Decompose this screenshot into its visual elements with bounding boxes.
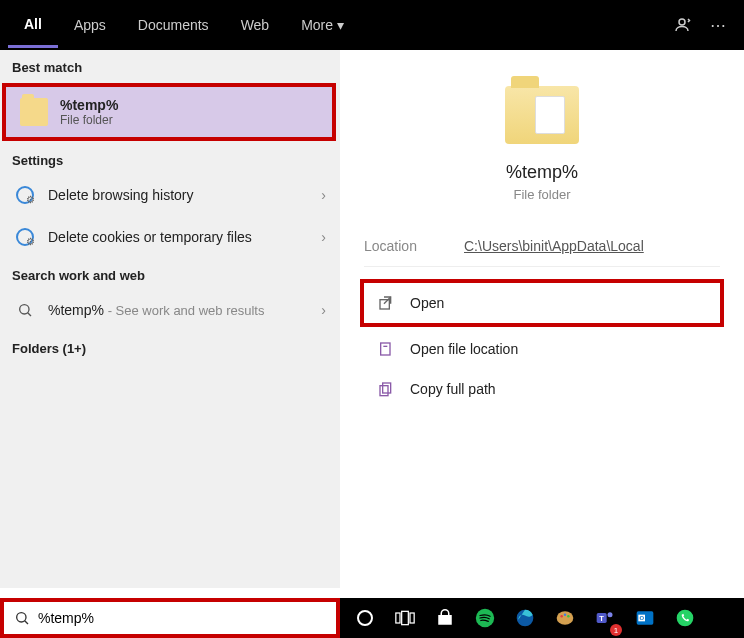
store-icon[interactable] (426, 602, 464, 634)
more-options-icon[interactable]: ⋯ (700, 7, 736, 43)
folder-large-icon (505, 86, 579, 144)
chevron-right-icon: › (321, 187, 326, 203)
web-result-query: %temp% (48, 302, 104, 318)
best-match-subtitle: File folder (60, 113, 118, 127)
folder-location-icon (376, 339, 396, 359)
action-open[interactable]: Open (360, 279, 724, 327)
search-input-container[interactable] (0, 598, 340, 638)
chevron-down-icon: ▾ (337, 17, 344, 33)
tab-more[interactable]: More ▾ (285, 4, 360, 46)
svg-rect-3 (380, 300, 389, 309)
settings-item-history[interactable]: Delete browsing history › (0, 174, 340, 216)
tab-all[interactable]: All (8, 3, 58, 48)
tab-apps[interactable]: Apps (58, 4, 122, 46)
search-icon (14, 610, 30, 626)
taskview-icon[interactable] (386, 602, 424, 634)
whatsapp-icon[interactable] (666, 602, 704, 634)
svg-point-15 (557, 611, 574, 624)
internet-options-icon (14, 184, 36, 206)
svg-text:T: T (599, 614, 604, 623)
location-label: Location (364, 238, 464, 254)
svg-point-25 (677, 610, 694, 627)
paint-icon[interactable] (546, 602, 584, 634)
preview-subtitle: File folder (513, 187, 570, 202)
svg-point-17 (564, 613, 567, 616)
taskbar: T 1 O (340, 598, 744, 638)
settings-label: Settings (0, 143, 340, 174)
svg-point-8 (17, 613, 26, 622)
preview-panel: %temp% File folder Location C:\Users\bin… (340, 50, 744, 588)
preview-title: %temp% (506, 162, 578, 183)
results-panel: Best match %temp% File folder Settings D… (0, 50, 340, 588)
notification-badge: 1 (610, 624, 622, 636)
copy-icon (376, 379, 396, 399)
teams-icon[interactable]: T 1 (586, 602, 624, 634)
web-result-suffix: - See work and web results (104, 303, 264, 318)
svg-rect-10 (396, 613, 400, 623)
best-match-result[interactable]: %temp% File folder (2, 83, 336, 141)
action-open-location[interactable]: Open file location (364, 329, 720, 369)
svg-point-1 (20, 305, 29, 314)
svg-point-18 (567, 615, 570, 618)
chevron-right-icon: › (321, 302, 326, 318)
action-copy-path[interactable]: Copy full path (364, 369, 720, 409)
feedback-icon[interactable] (664, 7, 700, 43)
open-icon (376, 293, 396, 313)
location-value[interactable]: C:\Users\binit\AppData\Local (464, 238, 644, 254)
svg-point-16 (560, 615, 563, 618)
svg-rect-6 (383, 383, 391, 393)
location-row: Location C:\Users\binit\AppData\Local (364, 226, 720, 267)
best-match-title: %temp% (60, 97, 118, 113)
svg-text:O: O (639, 615, 644, 621)
cortana-icon[interactable] (346, 602, 384, 634)
internet-options-icon (14, 226, 36, 248)
outlook-icon[interactable]: O (626, 602, 664, 634)
search-input[interactable] (38, 610, 326, 626)
tab-documents[interactable]: Documents (122, 4, 225, 46)
svg-point-21 (608, 612, 613, 617)
search-web-label: Search work and web (0, 258, 340, 289)
folder-icon (20, 98, 48, 126)
svg-line-9 (25, 621, 28, 624)
svg-rect-11 (402, 611, 409, 624)
folders-label: Folders (1+) (0, 331, 340, 362)
spotify-icon[interactable] (466, 602, 504, 634)
search-tabs: All Apps Documents Web More ▾ ⋯ (0, 0, 744, 50)
svg-rect-4 (381, 343, 390, 355)
svg-line-2 (28, 313, 31, 316)
svg-rect-12 (410, 613, 414, 623)
chevron-right-icon: › (321, 229, 326, 245)
svg-point-0 (679, 19, 685, 25)
edge-icon[interactable] (506, 602, 544, 634)
search-icon (14, 299, 36, 321)
web-result-item[interactable]: %temp% - See work and web results › (0, 289, 340, 331)
tab-web[interactable]: Web (225, 4, 286, 46)
svg-point-13 (476, 609, 494, 627)
settings-item-cookies[interactable]: Delete cookies or temporary files › (0, 216, 340, 258)
svg-rect-7 (380, 386, 388, 396)
best-match-label: Best match (0, 50, 340, 81)
